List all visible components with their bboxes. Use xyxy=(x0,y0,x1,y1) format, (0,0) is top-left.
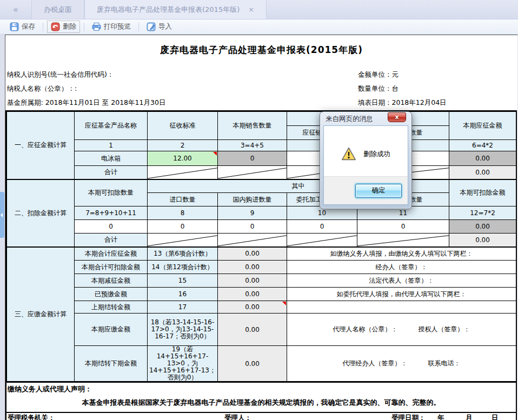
cell-import-qty-input[interactable]: 0 xyxy=(148,220,218,234)
row-value: 0.00 xyxy=(218,261,287,274)
cell-product-refrigerator: 电冰箱 xyxy=(75,151,148,166)
row-remark: 如委托代理人填报，由代理人填写以下两栏： xyxy=(287,288,516,301)
cell-consign-qty-input[interactable]: 0 xyxy=(287,220,357,234)
dialog-title: 来自网页的消息 xyxy=(326,112,373,125)
row-name: 已预缴金额 xyxy=(75,288,148,301)
agent-name-label: 代理人名称（公章）： xyxy=(333,325,398,334)
formula-col2: 2 xyxy=(148,140,218,151)
formula-col8: 8 xyxy=(148,206,218,220)
formula-col7: 7=8+9+10+11 xyxy=(75,206,148,220)
row-remark: 代理人名称（公章）：授权人（签章）： xyxy=(287,314,516,346)
row-remark: 法定代表人（签章）： xyxy=(287,274,516,288)
row-formula: 14（第12项合计数） xyxy=(148,261,218,274)
table-row: 二、扣除金额计算 本期可扣除数量 其中 本期可扣除金额 xyxy=(7,179,516,193)
table-row: 本期结转下期金额 19（若14+15+16+17-13>0，为14+15+16+… xyxy=(7,346,516,382)
row-value: 0.00 xyxy=(218,288,287,301)
taxpayer-id-label: 纳税人识别号(统一社会信用代码)： xyxy=(7,68,165,82)
cell-levy-standard-input[interactable]: 12.00 xyxy=(148,151,218,166)
row-name: 上期结转金额 xyxy=(75,301,148,314)
table-row: 上期结转金额 17 0.00 xyxy=(7,301,516,314)
warning-triangle-icon xyxy=(341,147,356,161)
collapse-tabs-icon[interactable]: « xyxy=(0,0,31,19)
header-sales-qty: 本期销售数量 xyxy=(218,112,287,140)
delete-button[interactable]: 删除 xyxy=(48,21,79,32)
header-import-qty: 进口数量 xyxy=(148,193,218,206)
carry-forward-value: 0.00 xyxy=(245,303,260,311)
row-formula: 19（若14+15+16+17-13>0，为14+15+16+17-13；否则为… xyxy=(148,346,218,382)
cell-diagonal xyxy=(287,234,357,247)
row-formula: 15 xyxy=(148,274,218,288)
row-value: 0.00 xyxy=(218,314,287,346)
cell-diagonal xyxy=(148,234,218,247)
red-corner-flag xyxy=(213,152,217,156)
section2-label: 二、扣除金额计算 xyxy=(7,179,75,247)
authorizer-label: 授权人（签章）： xyxy=(419,325,470,333)
row-remark: 经办人（签章）： xyxy=(287,261,516,274)
table-row: 电冰箱 12.00 0 0 0 0.00 xyxy=(7,151,516,166)
row-remark: 如缴纳义务人填报，由缴纳义务人填写以下两栏： xyxy=(287,247,516,261)
delete-undo-icon xyxy=(51,22,60,31)
header-levy-standard: 征收标准 xyxy=(148,112,218,140)
cell-domestic-qty-input[interactable]: 0 xyxy=(218,220,287,234)
form-header-left: 纳税人识别号(统一社会信用代码)： 纳税人名称（公章）：: 基金所属期: 201… xyxy=(7,68,165,110)
row-name: 本期合计应征金额 xyxy=(75,247,148,261)
cell-diagonal xyxy=(357,234,449,247)
table-row: 本期减征金额 15 0.00 法定代表人（签章）： xyxy=(7,274,516,288)
declaration-statement: 本基金申报表是根据国家关于废弃电器电子产品处理基金的相关规定填报的，我确定它是真… xyxy=(6,398,516,408)
left-arrow-tab-icon xyxy=(1,213,3,217)
import-label: 导入 xyxy=(158,22,172,31)
cell-total-label: 合计 xyxy=(75,234,148,247)
formula-col6: 6=4*2 xyxy=(449,140,516,151)
print-preview-button[interactable]: 打印预览 xyxy=(89,21,134,32)
table-row: 合计 0.00 xyxy=(7,234,516,247)
row-name: 本期合计可扣除金额 xyxy=(75,261,148,274)
dialog-footer: 确定 xyxy=(324,176,408,204)
dialog-message: 删除成功 xyxy=(363,150,390,159)
import-pencil-icon xyxy=(147,22,156,31)
table-row: 0 0 0 0 0 0.00 xyxy=(7,220,516,234)
import-button[interactable]: 导入 xyxy=(143,21,175,32)
cell-deductible-amount-computed: 0.00 xyxy=(449,220,516,234)
cell-return-qty-input[interactable]: 0 xyxy=(357,220,449,234)
dialog-close-icon[interactable]: x xyxy=(388,112,406,122)
amount-unit-label: 金额单位：元 xyxy=(358,68,447,82)
header-deductible-amount: 本期可扣除金额 xyxy=(449,179,516,206)
save-button[interactable]: 保存 xyxy=(6,21,38,32)
row-formula: 13（第6项合计数） xyxy=(148,247,218,261)
formula-col3: 3=4+5 xyxy=(218,140,287,151)
cell-diagonal xyxy=(218,166,287,179)
form-page: 废弃电器电子产品处理基金申报表(2015年版) 纳税人识别号(统一社会信用代码)… xyxy=(5,35,517,420)
form-header-right: 金额单位：元 数量单位：台 填表日期：2018年12月04日 xyxy=(358,68,447,110)
agent-handler-label: 代理经办人（签章）： xyxy=(343,359,408,368)
row-remark xyxy=(287,301,516,314)
tab-tax-desktop[interactable]: 办税桌面 xyxy=(31,0,84,19)
tab-label: 办税桌面 xyxy=(44,5,72,15)
ok-button[interactable]: 确定 xyxy=(355,184,402,198)
cell-sales-qty-computed: 0 xyxy=(218,151,287,166)
tab-close-icon[interactable]: × xyxy=(248,5,254,14)
formula-col9: 9 xyxy=(218,206,287,220)
cell-total-label: 合计 xyxy=(75,166,148,179)
table-row: 7=8+9+10+11 8 9 10 11 12=7*2 xyxy=(7,206,516,220)
formula-col12: 12=7*2 xyxy=(449,206,516,220)
month-label: 月 xyxy=(466,414,473,420)
cell-diagonal xyxy=(218,234,287,247)
table-row: 1 2 3=4+5 4 5 6=4*2 xyxy=(7,140,516,151)
webpage-message-dialog: 来自网页的消息 x 删除成功 确定 xyxy=(320,111,412,209)
sidebar-slide-handle[interactable] xyxy=(0,192,4,238)
levy-standard-value: 12.00 xyxy=(173,155,191,162)
row-formula: 18（若13-14-15-16-17>0，为13-14-15-16-17；否则为… xyxy=(148,314,218,346)
row-formula: 16 xyxy=(148,288,218,301)
day-label: 日 xyxy=(492,414,499,420)
header-product-name: 应征基金产品名称 xyxy=(75,112,148,140)
table-row: 一、应征金额计算 应征基金产品名称 征收标准 本期销售数量 其中 本期应征金额 xyxy=(7,112,516,126)
declaration-label: 缴纳义务人或代理人声明： xyxy=(8,384,92,394)
table-row: 合计 0.00 xyxy=(7,166,516,179)
quantity-unit-label: 数量单位：台 xyxy=(358,82,447,96)
declaration-section: 缴纳义务人或代理人声明： 本基金申报表是根据国家关于废弃电器电子产品处理基金的相… xyxy=(6,382,516,412)
row-value: 0.00 xyxy=(218,274,287,288)
header-deductible-qty: 本期可扣除数量 xyxy=(75,179,148,206)
tab-fund-declaration-form[interactable]: 废弃电器电子产品处理基金申报表(2015年版) × xyxy=(84,0,267,19)
toolbar-separator xyxy=(138,23,139,31)
delete-label: 删除 xyxy=(63,22,76,31)
